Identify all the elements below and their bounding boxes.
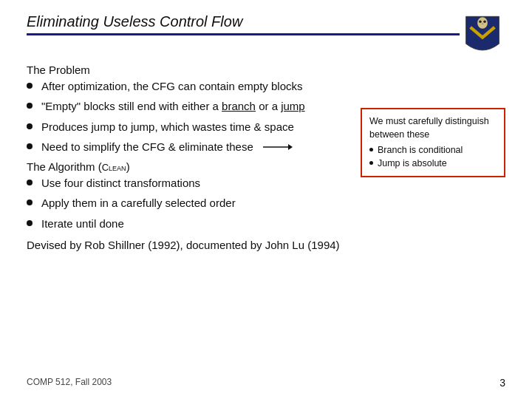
header: Eliminating Useless Control Flow bbox=[27, 13, 505, 59]
algorithm-heading-prefix: The Algorithm ( bbox=[27, 160, 102, 173]
bullet-icon bbox=[27, 103, 33, 109]
yale-crest-icon bbox=[460, 13, 505, 59]
bullet-text: Need to simplify the CFG & eliminate the… bbox=[41, 140, 253, 154]
bullet-text: Produces jump to jump, which wastes time… bbox=[41, 120, 294, 134]
title-block: Eliminating Useless Control Flow bbox=[27, 13, 460, 43]
bullet-text: "Empty" blocks still end with either a b… bbox=[41, 99, 305, 114]
list-item: After optimization, the CFG can contain … bbox=[27, 79, 505, 94]
bullet-icon bbox=[27, 123, 33, 129]
list-item: Use four distinct transformations bbox=[27, 176, 505, 191]
bullet-text: After optimization, the CFG can contain … bbox=[41, 79, 303, 94]
list-item: Iterate until done bbox=[27, 216, 505, 231]
bullet-text: Iterate until done bbox=[41, 216, 124, 231]
callout-text: We must carefully distinguish between th… bbox=[369, 115, 497, 141]
algorithm-bullets: Use four distinct transformations Apply … bbox=[27, 176, 505, 231]
svg-point-2 bbox=[483, 20, 485, 22]
svg-point-0 bbox=[477, 17, 488, 28]
callout-bullet-icon bbox=[369, 148, 373, 151]
callout-bullet-label: Branch is conditional bbox=[378, 144, 463, 157]
callout-bullet-label: Jump is absolute bbox=[378, 157, 447, 171]
algorithm-name: Clean bbox=[102, 162, 126, 173]
svg-marker-5 bbox=[288, 144, 293, 150]
bullet-icon bbox=[27, 200, 33, 205]
bullet-icon bbox=[27, 83, 33, 89]
algorithm-heading-suffix: ) bbox=[126, 160, 130, 173]
callout-bullet-1: Branch is conditional bbox=[369, 144, 497, 157]
list-item: Apply them in a carefully selected order bbox=[27, 196, 505, 211]
devised-text: Devised by Rob Shillner (1992), document… bbox=[27, 239, 505, 251]
problem-heading: The Problem bbox=[27, 64, 505, 76]
title-divider bbox=[27, 33, 460, 35]
callout-bullet-2: Jump is absolute bbox=[369, 157, 497, 171]
slide-title: Eliminating Useless Control Flow bbox=[27, 13, 460, 30]
footer: COMP 512, Fall 2003 3 bbox=[27, 377, 505, 389]
callout-bullet-icon bbox=[369, 161, 373, 165]
footer-left: COMP 512, Fall 2003 bbox=[27, 377, 112, 389]
slide: Eliminating Useless Control Flow The Pro… bbox=[0, 0, 532, 399]
callout-box: We must carefully distinguish between th… bbox=[361, 108, 505, 177]
bullet-text: Apply them in a carefully selected order bbox=[41, 196, 236, 211]
page-number: 3 bbox=[499, 377, 505, 389]
arrow-icon bbox=[263, 142, 293, 152]
bullet-icon bbox=[27, 220, 33, 226]
bullet-text: Use four distinct transformations bbox=[41, 176, 200, 191]
svg-point-1 bbox=[479, 20, 481, 22]
bullet-icon bbox=[27, 143, 33, 149]
problem-section: The Problem After optimization, the CFG … bbox=[27, 64, 505, 154]
bullet-icon bbox=[27, 180, 33, 185]
